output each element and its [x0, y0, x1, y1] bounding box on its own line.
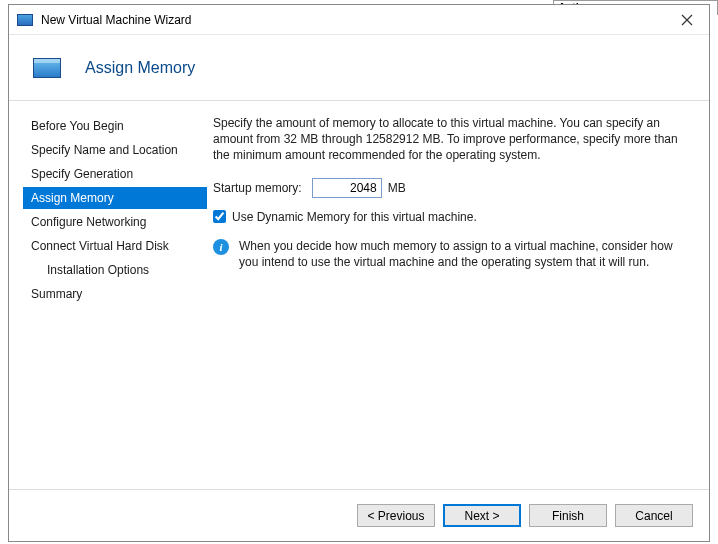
- step-configure-networking[interactable]: Configure Networking: [23, 211, 207, 233]
- step-specify-name[interactable]: Specify Name and Location: [23, 139, 207, 161]
- startup-memory-row: Startup memory: MB: [213, 178, 691, 198]
- startup-memory-input[interactable]: [312, 178, 382, 198]
- wizard-steps-sidebar: Before You Begin Specify Name and Locati…: [9, 101, 207, 489]
- dynamic-memory-row: Use Dynamic Memory for this virtual mach…: [213, 210, 691, 224]
- startup-memory-unit: MB: [388, 181, 406, 195]
- page-title: Assign Memory: [85, 59, 195, 77]
- wizard-body: Before You Begin Specify Name and Locati…: [9, 101, 709, 489]
- titlebar: New Virtual Machine Wizard: [9, 5, 709, 35]
- step-specify-generation[interactable]: Specify Generation: [23, 163, 207, 185]
- next-button[interactable]: Next >: [443, 504, 521, 527]
- step-before-you-begin[interactable]: Before You Begin: [23, 115, 207, 137]
- wizard-footer: < Previous Next > Finish Cancel: [9, 489, 709, 541]
- wizard-content: Specify the amount of memory to allocate…: [207, 101, 709, 489]
- step-connect-vhd[interactable]: Connect Virtual Hard Disk: [23, 235, 207, 257]
- memory-description: Specify the amount of memory to allocate…: [213, 115, 691, 164]
- window-title: New Virtual Machine Wizard: [41, 13, 673, 27]
- step-installation-options[interactable]: Installation Options: [23, 259, 207, 281]
- app-icon: [17, 14, 33, 26]
- info-panel: i When you decide how much memory to ass…: [213, 238, 691, 270]
- previous-button[interactable]: < Previous: [357, 504, 435, 527]
- cancel-button[interactable]: Cancel: [615, 504, 693, 527]
- close-button[interactable]: [673, 6, 701, 34]
- info-text: When you decide how much memory to assig…: [239, 238, 691, 270]
- dynamic-memory-checkbox[interactable]: [213, 210, 226, 223]
- step-summary[interactable]: Summary: [23, 283, 207, 305]
- startup-memory-label: Startup memory:: [213, 181, 302, 195]
- dynamic-memory-label: Use Dynamic Memory for this virtual mach…: [232, 210, 477, 224]
- info-icon: i: [213, 239, 229, 255]
- step-assign-memory[interactable]: Assign Memory: [23, 187, 207, 209]
- wizard-dialog: New Virtual Machine Wizard Assign Memory…: [8, 4, 710, 542]
- wizard-header-icon: [33, 58, 61, 78]
- finish-button[interactable]: Finish: [529, 504, 607, 527]
- wizard-header: Assign Memory: [9, 35, 709, 101]
